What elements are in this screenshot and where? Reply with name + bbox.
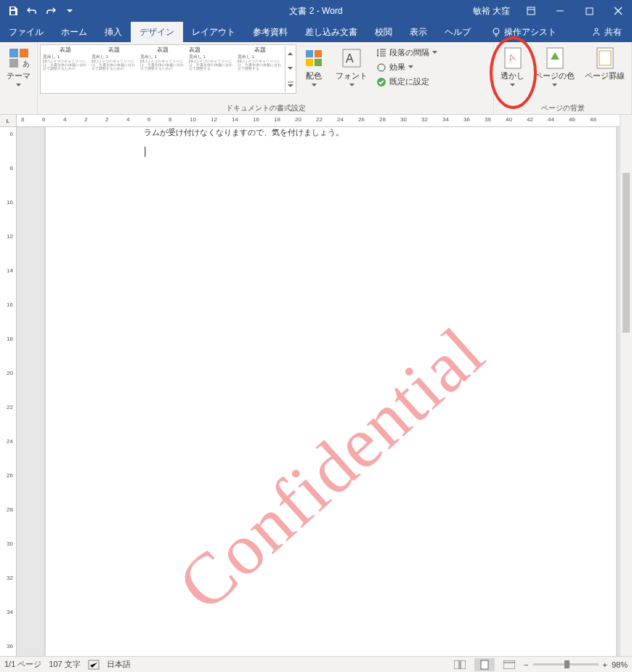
group-label-doc-format: ドキュメントの書式設定	[38, 103, 493, 115]
themes-label: テーマ	[7, 71, 31, 80]
ribbon-display-button[interactable]	[517, 0, 545, 22]
page-color-label: ページの色	[535, 71, 575, 80]
gallery-scroll	[285, 46, 295, 92]
svg-point-2	[493, 28, 499, 34]
zoom-thumb[interactable]	[564, 660, 570, 668]
page-viewport[interactable]: ラムが受け付けなくなりますので、気を付けましょう。 | Confidential…	[17, 127, 620, 656]
tab-help[interactable]: ヘルプ	[436, 22, 479, 42]
gallery-item[interactable]: 表題 見出し 1 [挿入] タブのギャラリーには、文書全体の体裁に合わせて調整す…	[139, 46, 187, 92]
tab-references[interactable]: 参考資料	[244, 22, 296, 42]
colors-label: 配色	[306, 71, 322, 80]
undo-button[interactable]	[23, 2, 41, 20]
chevron-down-icon	[67, 8, 73, 14]
vertical-ruler[interactable]: 681012141618202224262830323436	[0, 127, 17, 656]
tab-mailings[interactable]: 差し込み文書	[296, 22, 366, 42]
scrollbar-thumb[interactable]	[623, 173, 630, 333]
tab-home[interactable]: ホーム	[52, 22, 96, 42]
svg-text:A: A	[346, 52, 354, 65]
zoom-out[interactable]: −	[524, 660, 528, 669]
svg-rect-5	[20, 49, 28, 57]
body-text-fragment: ラムが受け付けなくなりますので、気を付けましょう。	[144, 127, 344, 138]
more-icon	[288, 81, 293, 87]
watermark-button[interactable]: A 透かし	[496, 44, 529, 101]
colors-button[interactable]: 配色	[298, 44, 330, 101]
svg-point-3	[595, 28, 598, 31]
view-print-layout[interactable]	[474, 658, 495, 671]
effects-button[interactable]: 効果	[373, 60, 440, 74]
gallery-item[interactable]: 表題 見出し 1 [挿入] タブのギャラリーには、文書全体の体裁に合わせて調整す…	[187, 46, 235, 92]
para-spacing-button[interactable]: 段落の間隔	[373, 46, 440, 60]
share-button[interactable]: 共有	[581, 22, 632, 42]
gallery-down[interactable]	[285, 61, 295, 76]
tell-me-search[interactable]: 操作アシスト	[482, 22, 565, 42]
ruler-corner[interactable]: L	[0, 115, 17, 127]
tab-review[interactable]: 校閲	[366, 22, 401, 42]
gallery-up[interactable]	[285, 46, 295, 61]
gallery-item[interactable]: 表題 見出し 1 [挿入] タブのギャラリーには、文書全体の体裁に合わせて調整す…	[236, 46, 284, 92]
svg-rect-11	[315, 59, 322, 66]
save-button[interactable]	[4, 2, 22, 20]
themes-button[interactable]: あ テーマ	[2, 44, 35, 101]
close-button[interactable]	[604, 0, 632, 22]
tab-layout[interactable]: レイアウト	[183, 22, 244, 42]
document-page[interactable]: ラムが受け付けなくなりますので、気を付けましょう。 | Confidential…	[46, 127, 616, 656]
themes-icon: あ	[8, 47, 30, 69]
ribbon-display-icon	[526, 6, 536, 16]
ribbon-group-page-bg: A 透かし ページの色 ページ罫線 ページの背景	[494, 42, 632, 114]
set-default-label: 既定に設定	[389, 76, 429, 87]
qat-customize[interactable]	[61, 2, 78, 20]
tab-view[interactable]: 表示	[401, 22, 436, 42]
statusbar: 1/1 ページ 107 文字 日本語 − + 98%	[0, 656, 632, 672]
titlebar: 文書 2 - Word 敏裕 大窪	[0, 0, 632, 22]
status-language[interactable]: 日本語	[107, 659, 131, 670]
gallery-item[interactable]: 表題 見出し 1 [挿入] タブのギャラリーには、文書全体の体裁に合わせて調整す…	[90, 46, 138, 92]
zoom-level[interactable]: 98%	[612, 660, 628, 669]
maximize-button[interactable]	[575, 0, 603, 22]
zoom-slider[interactable]	[533, 663, 599, 665]
web-layout-icon	[503, 660, 515, 669]
fonts-icon: A	[341, 48, 362, 68]
para-spacing-label: 段落の間隔	[389, 47, 429, 58]
ribbon: あ テーマ 表題 見出し 1 [挿入] タブのギャラリーには、文書全体の体裁に合…	[0, 42, 632, 115]
watermark-label: 透かし	[501, 71, 524, 80]
horizontal-ruler[interactable]: 8642246810121416182022242628303234363840…	[17, 115, 620, 127]
svg-rect-0	[527, 7, 535, 15]
vertical-scrollbar[interactable]	[620, 115, 632, 656]
minimize-icon	[556, 7, 564, 15]
user-name[interactable]: 敏裕 大窪	[467, 5, 516, 17]
status-words[interactable]: 107 文字	[49, 659, 80, 670]
lightbulb-icon	[491, 27, 501, 37]
fonts-label: フォント	[336, 71, 368, 80]
page-color-icon	[545, 46, 565, 70]
gallery-more[interactable]	[285, 77, 295, 92]
fonts-button[interactable]: A フォント	[331, 44, 372, 101]
zoom-in[interactable]: +	[603, 660, 607, 669]
view-web-layout[interactable]	[499, 658, 519, 671]
read-mode-icon	[454, 660, 466, 669]
redo-button[interactable]	[42, 2, 60, 20]
svg-rect-23	[461, 660, 466, 669]
page-color-button[interactable]: ページの色	[530, 44, 579, 101]
watermark-icon: A	[503, 46, 523, 70]
close-icon	[614, 7, 623, 15]
para-group: 段落の間隔 効果 既定に設定	[373, 44, 440, 89]
tab-file[interactable]: ファイル	[0, 22, 52, 42]
print-layout-icon	[479, 660, 490, 670]
redo-icon	[46, 6, 56, 16]
view-read-mode[interactable]	[450, 658, 470, 671]
tab-insert[interactable]: 挿入	[96, 22, 131, 42]
svg-rect-4	[9, 49, 18, 57]
tab-design[interactable]: デザイン	[131, 22, 183, 42]
svg-point-14	[378, 64, 385, 71]
svg-rect-10	[306, 59, 313, 66]
spell-check-icon[interactable]	[88, 660, 100, 670]
window-title: 文書 2 - Word	[289, 5, 342, 17]
style-gallery: 表題 見出し 1 [挿入] タブのギャラリーには、文書全体の体裁に合わせて調整す…	[40, 44, 296, 94]
gallery-item[interactable]: 表題 見出し 1 [挿入] タブのギャラリーには、文書全体の体裁に合わせて調整す…	[41, 46, 89, 92]
set-default-button[interactable]: 既定に設定	[373, 75, 440, 89]
minimize-button[interactable]	[546, 0, 574, 22]
share-icon	[591, 27, 601, 37]
page-borders-button[interactable]: ページ罫線	[580, 44, 629, 101]
status-page[interactable]: 1/1 ページ	[4, 659, 41, 670]
save-icon	[8, 6, 18, 16]
